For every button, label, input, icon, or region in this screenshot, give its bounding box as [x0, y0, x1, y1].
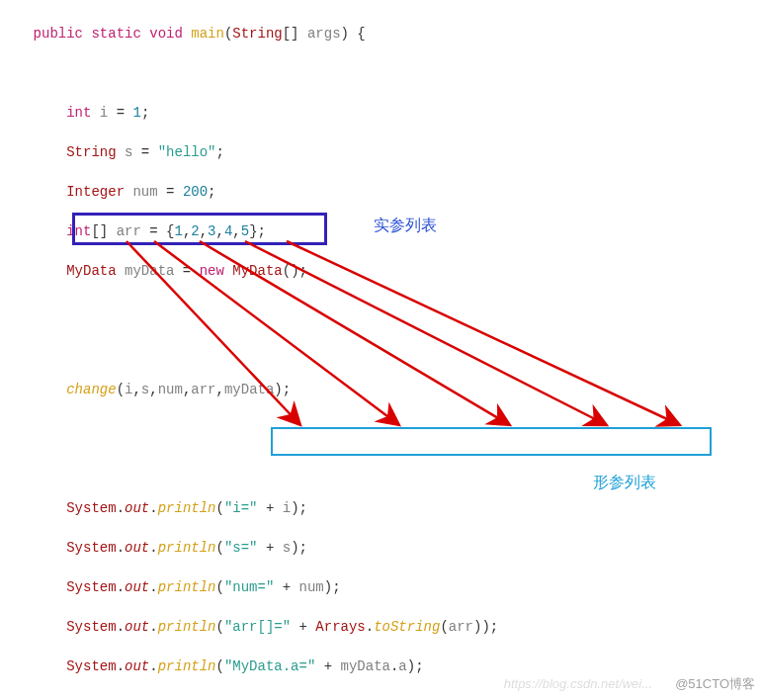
code-line — [0, 696, 761, 700]
code-line: change(i,s,num,arr,myData); — [0, 380, 761, 399]
code-line — [0, 301, 761, 320]
code-line: public static void main(String[] args) { — [0, 24, 761, 44]
code-line: System.out.println("arr[]=" + Arrays.toS… — [0, 617, 761, 637]
watermark-csdn: https://blog.csdn.net/wei... — [504, 674, 652, 694]
code-line: String s = "hello"; — [0, 142, 761, 162]
code-line — [0, 63, 761, 83]
code-line: System.out.println("num=" + num); — [0, 577, 761, 597]
code-line: System.out.println("MyData.a=" + myData.… — [0, 656, 761, 676]
code-block: public static void main(String[] args) {… — [0, 0, 761, 700]
code-line — [0, 340, 761, 360]
label-actual-args: 实参列表 — [374, 216, 437, 235]
code-line: System.out.println("i=" + i); — [0, 498, 761, 518]
code-line: MyData myData = new MyData(); — [0, 261, 761, 281]
code-line: System.out.println("s=" + s); — [0, 538, 761, 558]
watermark-51cto: @51CTO博客 — [675, 674, 755, 694]
code-line — [0, 419, 761, 439]
code-line: Integer num = 200; — [0, 182, 761, 202]
code-line: int i = 1; — [0, 103, 761, 123]
label-formal-args: 形参列表 — [593, 473, 656, 492]
